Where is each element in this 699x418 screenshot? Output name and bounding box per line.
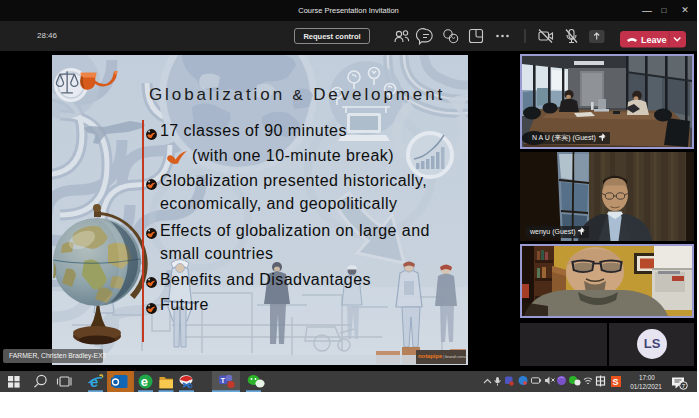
- svg-text:S: S: [613, 377, 619, 387]
- svg-text:Leave: Leave: [641, 35, 667, 45]
- svg-text:e: e: [141, 374, 148, 389]
- svg-text:01/12/2021: 01/12/2021: [630, 383, 662, 390]
- svg-text:17:00: 17:00: [639, 374, 655, 381]
- svg-text:T: T: [221, 377, 226, 384]
